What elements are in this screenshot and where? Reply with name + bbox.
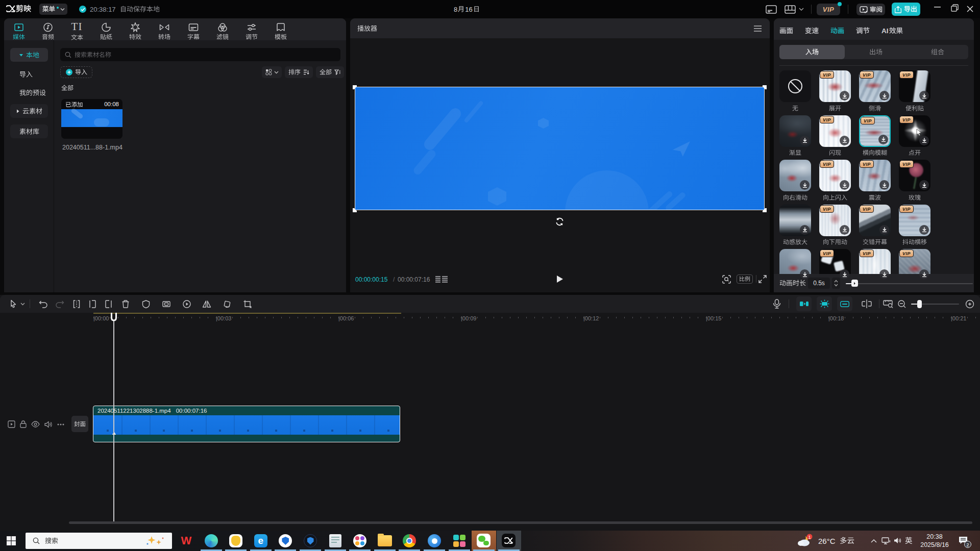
svg-text:1: 1: [808, 535, 811, 540]
